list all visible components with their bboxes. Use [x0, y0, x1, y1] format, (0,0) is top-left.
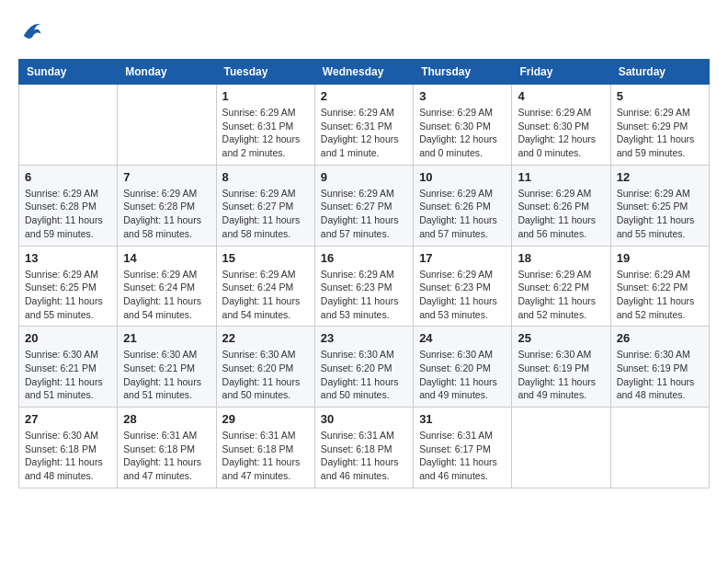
- calendar-cell: 5Sunrise: 6:29 AM Sunset: 6:29 PM Daylig…: [610, 85, 709, 166]
- calendar-cell: 30Sunrise: 6:31 AM Sunset: 6:18 PM Dayli…: [314, 408, 413, 488]
- page-header: [18, 18, 710, 44]
- day-info: Sunrise: 6:30 AM Sunset: 6:21 PM Dayligh…: [25, 348, 111, 402]
- calendar-cell: 6Sunrise: 6:29 AM Sunset: 6:28 PM Daylig…: [19, 165, 118, 246]
- day-info: Sunrise: 6:29 AM Sunset: 6:31 PM Dayligh…: [321, 106, 407, 160]
- logo: [18, 18, 46, 44]
- day-info: Sunrise: 6:30 AM Sunset: 6:19 PM Dayligh…: [518, 348, 604, 402]
- day-number: 25: [518, 331, 604, 345]
- weekday-header: Wednesday: [314, 60, 413, 85]
- day-info: Sunrise: 6:29 AM Sunset: 6:30 PM Dayligh…: [518, 106, 604, 160]
- day-number: 4: [518, 89, 604, 103]
- calendar-cell: 24Sunrise: 6:30 AM Sunset: 6:20 PM Dayli…: [414, 327, 512, 408]
- calendar-cell: 25Sunrise: 6:30 AM Sunset: 6:19 PM Dayli…: [512, 327, 610, 408]
- day-info: Sunrise: 6:29 AM Sunset: 6:25 PM Dayligh…: [25, 268, 111, 322]
- day-number: 30: [321, 412, 407, 426]
- day-info: Sunrise: 6:31 AM Sunset: 6:17 PM Dayligh…: [419, 429, 506, 483]
- day-info: Sunrise: 6:29 AM Sunset: 6:22 PM Dayligh…: [617, 268, 703, 322]
- day-info: Sunrise: 6:29 AM Sunset: 6:24 PM Dayligh…: [222, 268, 309, 322]
- calendar-header-row: SundayMondayTuesdayWednesdayThursdayFrid…: [19, 60, 710, 85]
- calendar-cell: 3Sunrise: 6:29 AM Sunset: 6:30 PM Daylig…: [414, 85, 512, 166]
- day-info: Sunrise: 6:30 AM Sunset: 6:20 PM Dayligh…: [419, 348, 506, 402]
- day-number: 31: [419, 412, 506, 426]
- day-number: 27: [25, 412, 111, 426]
- day-info: Sunrise: 6:29 AM Sunset: 6:22 PM Dayligh…: [518, 268, 604, 322]
- calendar-week-row: 13Sunrise: 6:29 AM Sunset: 6:25 PM Dayli…: [19, 246, 710, 327]
- day-number: 24: [419, 331, 506, 345]
- calendar-cell: [512, 408, 610, 488]
- day-info: Sunrise: 6:31 AM Sunset: 6:18 PM Dayligh…: [222, 429, 309, 483]
- day-number: 3: [419, 89, 506, 103]
- day-number: 16: [321, 251, 407, 265]
- calendar-cell: 26Sunrise: 6:30 AM Sunset: 6:19 PM Dayli…: [610, 327, 709, 408]
- calendar-cell: 9Sunrise: 6:29 AM Sunset: 6:27 PM Daylig…: [314, 165, 413, 246]
- day-number: 23: [321, 331, 407, 345]
- calendar-cell: 22Sunrise: 6:30 AM Sunset: 6:20 PM Dayli…: [216, 327, 314, 408]
- calendar-cell: 2Sunrise: 6:29 AM Sunset: 6:31 PM Daylig…: [314, 85, 413, 166]
- calendar-cell: [19, 85, 118, 166]
- calendar-cell: 7Sunrise: 6:29 AM Sunset: 6:28 PM Daylig…: [118, 165, 216, 246]
- day-info: Sunrise: 6:29 AM Sunset: 6:28 PM Dayligh…: [123, 187, 210, 241]
- day-number: 7: [123, 170, 210, 184]
- logo-icon: [20, 18, 46, 44]
- day-info: Sunrise: 6:29 AM Sunset: 6:31 PM Dayligh…: [222, 106, 309, 160]
- calendar-cell: 27Sunrise: 6:30 AM Sunset: 6:18 PM Dayli…: [19, 408, 118, 488]
- day-info: Sunrise: 6:30 AM Sunset: 6:21 PM Dayligh…: [123, 348, 210, 402]
- calendar-cell: 18Sunrise: 6:29 AM Sunset: 6:22 PM Dayli…: [512, 246, 610, 327]
- day-info: Sunrise: 6:29 AM Sunset: 6:26 PM Dayligh…: [419, 187, 506, 241]
- calendar-cell: [118, 85, 216, 166]
- day-number: 20: [25, 331, 111, 345]
- calendar-week-row: 27Sunrise: 6:30 AM Sunset: 6:18 PM Dayli…: [19, 408, 710, 488]
- calendar-cell: 20Sunrise: 6:30 AM Sunset: 6:21 PM Dayli…: [19, 327, 118, 408]
- calendar-cell: 31Sunrise: 6:31 AM Sunset: 6:17 PM Dayli…: [414, 408, 512, 488]
- day-info: Sunrise: 6:29 AM Sunset: 6:26 PM Dayligh…: [518, 187, 604, 241]
- day-info: Sunrise: 6:29 AM Sunset: 6:30 PM Dayligh…: [419, 106, 506, 160]
- day-number: 28: [123, 412, 210, 426]
- day-info: Sunrise: 6:29 AM Sunset: 6:24 PM Dayligh…: [123, 268, 210, 322]
- calendar-table: SundayMondayTuesdayWednesdayThursdayFrid…: [18, 59, 710, 488]
- day-info: Sunrise: 6:30 AM Sunset: 6:18 PM Dayligh…: [25, 429, 111, 483]
- day-number: 19: [617, 251, 703, 265]
- day-info: Sunrise: 6:29 AM Sunset: 6:23 PM Dayligh…: [419, 268, 506, 322]
- day-number: 26: [617, 331, 703, 345]
- logo-text: [18, 18, 46, 44]
- weekday-header: Sunday: [19, 60, 118, 85]
- weekday-header: Monday: [118, 60, 216, 85]
- calendar-cell: 4Sunrise: 6:29 AM Sunset: 6:30 PM Daylig…: [512, 85, 610, 166]
- day-number: 8: [222, 170, 309, 184]
- calendar-cell: 8Sunrise: 6:29 AM Sunset: 6:27 PM Daylig…: [216, 165, 314, 246]
- day-number: 18: [518, 251, 604, 265]
- calendar-cell: 23Sunrise: 6:30 AM Sunset: 6:20 PM Dayli…: [314, 327, 413, 408]
- day-number: 29: [222, 412, 309, 426]
- day-number: 5: [617, 89, 703, 103]
- calendar-cell: 16Sunrise: 6:29 AM Sunset: 6:23 PM Dayli…: [314, 246, 413, 327]
- calendar-cell: 17Sunrise: 6:29 AM Sunset: 6:23 PM Dayli…: [414, 246, 512, 327]
- weekday-header: Thursday: [414, 60, 512, 85]
- calendar-cell: 13Sunrise: 6:29 AM Sunset: 6:25 PM Dayli…: [19, 246, 118, 327]
- calendar-cell: [610, 408, 709, 488]
- day-info: Sunrise: 6:31 AM Sunset: 6:18 PM Dayligh…: [321, 429, 407, 483]
- day-info: Sunrise: 6:29 AM Sunset: 6:23 PM Dayligh…: [321, 268, 407, 322]
- day-number: 6: [25, 170, 111, 184]
- calendar-cell: 29Sunrise: 6:31 AM Sunset: 6:18 PM Dayli…: [216, 408, 314, 488]
- day-info: Sunrise: 6:29 AM Sunset: 6:28 PM Dayligh…: [25, 187, 111, 241]
- calendar-cell: 21Sunrise: 6:30 AM Sunset: 6:21 PM Dayli…: [118, 327, 216, 408]
- day-number: 11: [518, 170, 604, 184]
- day-number: 12: [617, 170, 703, 184]
- calendar-week-row: 1Sunrise: 6:29 AM Sunset: 6:31 PM Daylig…: [19, 85, 710, 166]
- day-info: Sunrise: 6:29 AM Sunset: 6:25 PM Dayligh…: [617, 187, 703, 241]
- calendar-week-row: 6Sunrise: 6:29 AM Sunset: 6:28 PM Daylig…: [19, 165, 710, 246]
- calendar-cell: 1Sunrise: 6:29 AM Sunset: 6:31 PM Daylig…: [216, 85, 314, 166]
- day-number: 1: [222, 89, 309, 103]
- calendar-cell: 28Sunrise: 6:31 AM Sunset: 6:18 PM Dayli…: [118, 408, 216, 488]
- weekday-header: Friday: [512, 60, 610, 85]
- day-info: Sunrise: 6:29 AM Sunset: 6:27 PM Dayligh…: [222, 187, 309, 241]
- calendar-cell: 19Sunrise: 6:29 AM Sunset: 6:22 PM Dayli…: [610, 246, 709, 327]
- day-info: Sunrise: 6:30 AM Sunset: 6:19 PM Dayligh…: [617, 348, 703, 402]
- day-number: 9: [321, 170, 407, 184]
- day-number: 22: [222, 331, 309, 345]
- calendar-cell: 14Sunrise: 6:29 AM Sunset: 6:24 PM Dayli…: [118, 246, 216, 327]
- day-info: Sunrise: 6:31 AM Sunset: 6:18 PM Dayligh…: [123, 429, 210, 483]
- day-number: 15: [222, 251, 309, 265]
- day-number: 13: [25, 251, 111, 265]
- day-number: 10: [419, 170, 506, 184]
